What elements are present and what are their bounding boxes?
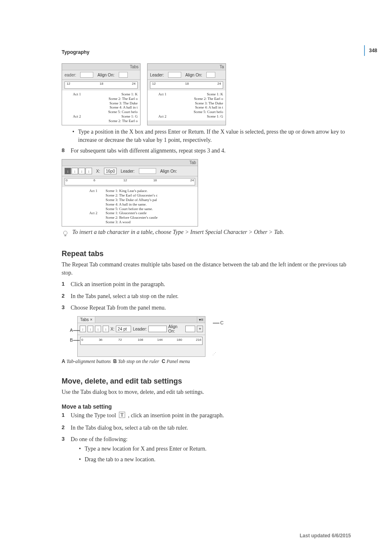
tab-center-align-button[interactable]: ↓: [88, 326, 94, 332]
bullet-type-position: Type a position in the X box and press E…: [72, 128, 351, 145]
x-label: X:: [96, 169, 100, 173]
last-updated: Last updated 6/6/2015: [300, 533, 351, 539]
heading-move-delete-edit: Move, delete, and edit tab settings: [62, 377, 351, 386]
align-on-label: Align On:: [185, 73, 202, 77]
ruler[interactable]: 12 18 24: [150, 81, 223, 89]
figure-repeat-tabs-panel: A B C Tabs × ▾≡ ↓ ↓ ↓ ↓ X: 24 pt: [62, 316, 351, 365]
resize-handle-icon[interactable]: ⋰: [212, 352, 216, 356]
move-sub-1: Type a new location for X and press Ente…: [79, 445, 351, 453]
page-number: 348: [364, 45, 380, 56]
sample-text: Act 1Scene 1: K Scene 2: The Earl o Scen…: [148, 90, 226, 120]
move-intro: Use the Tabs dialog box to move, delete,…: [62, 388, 351, 396]
repeat-step-2: In the Tabs panel, select a tab stop on …: [62, 292, 351, 301]
align-on-label: Align On:: [168, 324, 184, 333]
leader-field[interactable]: [139, 168, 156, 174]
tabs-panel-left: Tabs eader: Align On: 12 18 24 Act 1Scen…: [62, 63, 141, 125]
move-step-2: In the Tabs dialog box, select a tab on …: [62, 424, 351, 432]
sample-text: Act 1Scene 1: K Scene 2: The Earl o Scen…: [62, 90, 140, 125]
tip-text: To insert a tab character in a table, ch…: [72, 229, 284, 236]
ruler[interactable]: 0 6 12 18 24: [65, 178, 195, 185]
tab-left-align-button[interactable]: ↓: [80, 326, 86, 332]
move-step-3: Do one of the following: Type a new loca…: [62, 435, 351, 464]
callout-line: [213, 323, 219, 324]
panel-menu-icon[interactable]: ▾≡: [197, 317, 205, 323]
align-on-label: Align On:: [160, 169, 177, 173]
chapter-header: Typography: [62, 49, 351, 55]
tab-right-align-button[interactable]: ↓: [95, 326, 101, 332]
leader-field[interactable]: [80, 72, 93, 78]
type-tool-icon: T: [119, 412, 125, 421]
panel-title: Tabs: [130, 65, 138, 69]
callout-A: A: [70, 328, 73, 333]
svg-point-0: [64, 231, 67, 235]
align-on-field[interactable]: [119, 72, 128, 78]
callout-C: C: [220, 320, 224, 325]
lightbulb-icon: [62, 230, 69, 237]
leader-field[interactable]: [148, 326, 166, 332]
callout-line: [73, 340, 80, 341]
magnet-icon[interactable]: ⌖: [197, 326, 203, 332]
svg-text:T: T: [120, 412, 124, 418]
step-8: For subsequent tabs with different align…: [62, 147, 351, 155]
tabs-panel-tab[interactable]: Tabs ×: [78, 317, 95, 323]
align-on-field[interactable]: [206, 72, 215, 78]
repeat-tabs-intro: The Repeat Tab command creates multiple …: [62, 261, 351, 278]
leader-label: Leader:: [133, 327, 147, 331]
tabs-panel-right: Ta Leader: Align On: 12 18 24 Act 1Scene…: [147, 63, 226, 125]
leader-field[interactable]: [168, 72, 181, 78]
tab-left-align-button[interactable]: ↓: [65, 168, 71, 174]
x-label: X:: [111, 327, 114, 331]
tab-center-align-button[interactable]: ↓: [71, 168, 78, 174]
tab-right-align-button[interactable]: ↓: [78, 168, 85, 174]
x-field[interactable]: 24 pt: [116, 326, 131, 332]
ruler[interactable]: 0 36 72 108 144 180 216: [80, 337, 203, 345]
x-field[interactable]: 16p0: [104, 168, 116, 174]
sample-text: Act 1Scene 1: King Lear's palace. Scene …: [62, 187, 198, 226]
tab-decimal-align-button[interactable]: ↓: [85, 168, 92, 174]
panel-title: Tab: [189, 160, 196, 165]
heading-repeat-tabs: Repeat tabs: [62, 250, 351, 258]
repeat-step-3: Choose Repeat Tab from the panel menu.: [62, 304, 351, 312]
callout-B: B: [70, 338, 73, 342]
tip: To insert a tab character in a table, ch…: [62, 229, 351, 237]
close-icon[interactable]: ×: [90, 317, 92, 322]
align-on-label: Align On:: [97, 73, 114, 77]
figure-caption: A Tab-alignment buttons B Tab stop on th…: [62, 358, 351, 365]
move-step-1: Using the Type tool T , click an inserti…: [62, 412, 351, 421]
leader-label: Leader:: [150, 73, 164, 77]
tab-decimal-align-button[interactable]: ↓: [103, 326, 109, 332]
move-sub-2: Drag the tab to a new location.: [79, 456, 351, 464]
figure-mixed-tabs: Tab ↓ ↓ ↓ ↓ X: 16p0 Leader: Align On: 0 …: [62, 159, 351, 226]
leader-label: Leader:: [121, 169, 135, 173]
repeat-step-1: Click an insertion point in the paragrap…: [62, 280, 351, 289]
panel-title: Ta: [219, 65, 224, 69]
heading-move-tab: Move a tab setting: [62, 403, 351, 410]
callout-line: [73, 330, 80, 331]
align-on-field[interactable]: [185, 326, 195, 332]
ruler[interactable]: 12 18 24: [65, 81, 138, 89]
figure-decimal-tabs: Tabs eader: Align On: 12 18 24 Act 1Scen…: [62, 63, 351, 125]
leader-label-trunc: eader:: [65, 73, 76, 77]
